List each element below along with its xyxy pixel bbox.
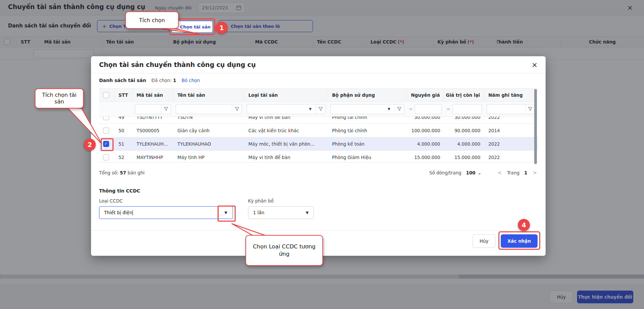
col-ma-tai-san: Mã tài sản (133, 89, 173, 101)
code-filter-input[interactable] (135, 104, 171, 114)
table-row[interactable]: 52 MAYTINHHP Máy tính HP Máy vi tính để … (99, 151, 538, 163)
col-loai-tai-san: Loại tài sản (244, 89, 328, 101)
selected-count: Đã chọn: 1 (151, 78, 176, 83)
year-filter-input[interactable] (487, 104, 535, 114)
modal-close-icon[interactable]: ✕ (530, 60, 540, 70)
divider (91, 230, 546, 231)
type-filter-select[interactable]: ▼ (247, 104, 326, 114)
prev-page-icon[interactable]: < (497, 170, 502, 176)
col-nguyen-gia: Nguyên giá (407, 89, 444, 101)
select-asset-modal: Chọn tài sản chuyển thành công cụ dụng c… (91, 56, 546, 256)
asset-list-label: Danh sách tài sản (99, 78, 146, 83)
callout-tick-asset: Tích chọn tài sản (35, 88, 84, 108)
col-nam-ghi-tang: Năm ghi tăng (484, 89, 538, 101)
chevron-down-icon[interactable]: ▼ (309, 107, 312, 111)
modal-asset-table: STT Mã tài sản Tên tài sản Loại tài sản … (99, 88, 538, 163)
modal-cancel-button[interactable]: Hủy (473, 234, 495, 248)
dept-filter-select[interactable]: ▼ (330, 104, 404, 114)
confirm-highlight-box (498, 231, 540, 250)
chevron-down-icon: ⌄ (477, 170, 481, 175)
modal-title: Chọn tài sản chuyển thành công cụ dụng c… (99, 61, 256, 68)
equals-icon: = (447, 106, 450, 111)
col-ten-tai-san: Tên tài sản (173, 89, 244, 101)
allocation-period-label: Kỳ phân bổ (248, 198, 273, 204)
col-gia-tri-con-lai: Giá trị còn lại (444, 89, 484, 101)
text-cursor (133, 210, 133, 216)
modal-filter-row: ▼ ▼ = = (99, 102, 538, 117)
filter-icon[interactable] (316, 107, 325, 111)
modal-table-header: STT Mã tài sản Tên tài sản Loại tài sản … (99, 88, 538, 102)
ccdc-type-input[interactable]: Thiết bị điện ▼ (99, 206, 233, 219)
filter-icon[interactable] (395, 107, 404, 111)
allocation-period-select[interactable]: 1 lần ▼ (248, 206, 314, 219)
step-badge-1: 1 (216, 22, 228, 34)
row-checkbox[interactable] (103, 154, 109, 160)
equals-icon: = (409, 106, 413, 111)
step-badge-2: 2 (84, 139, 96, 151)
per-page-label: Số dòng/trang (429, 170, 461, 175)
step-badge-4: 4 (518, 219, 530, 231)
ccdc-info-title: Thông tin CCDC (99, 188, 140, 194)
divider (91, 73, 546, 73)
ccdc-caret-highlight-box (218, 206, 236, 222)
ccdc-type-label: Loại CCDC (99, 198, 123, 204)
pagination: Tổng số: 57 bản ghi Số dòng/trang 100⌄ <… (99, 167, 538, 179)
select-all-checkbox[interactable] (103, 92, 109, 98)
callout-choose-ccdc-type: Chọn Loại CCDC tương ứng (245, 235, 323, 266)
table-row-selected[interactable]: 51 TYLEKHAUH... TYLEKHAUHAO Máy móc, thi… (99, 137, 538, 151)
name-filter-input[interactable] (176, 104, 242, 114)
filter-icon[interactable] (526, 107, 535, 111)
table-row[interactable]: 50 TS000005 Giàn cây cảnh Các vật kiến t… (99, 124, 538, 137)
col-stt: STT (114, 89, 133, 101)
vertical-scrollbar-thumb[interactable] (534, 89, 537, 164)
table-row[interactable]: 49 TSDTNTTTT TSDTN Máy vi tính để bàn Ph… (99, 117, 538, 124)
col-bo-phan-su-dung: Bộ phận sử dụng (328, 89, 407, 101)
per-page-select[interactable]: 100⌄ (466, 170, 481, 175)
filter-icon[interactable] (232, 107, 242, 111)
page-label: Trang (507, 170, 519, 175)
cost-filter-input[interactable] (415, 104, 442, 114)
callout-tick-select: Tích chọn (125, 11, 179, 29)
chevron-down-icon[interactable]: ▼ (388, 107, 390, 111)
current-page: 1 (524, 170, 527, 175)
total-records: Tổng số: 57 bản ghi (99, 170, 145, 175)
remaining-filter-input[interactable] (452, 104, 482, 114)
screen: Chuyển tài sản thành công cụ dụng cụ Ngà… (0, 0, 644, 309)
deselect-link[interactable]: Bỏ chọn (181, 78, 200, 83)
table-rows-viewport[interactable]: 49 TSDTNTTTT TSDTN Máy vi tính để bàn Ph… (99, 117, 538, 163)
filter-icon[interactable] (161, 107, 171, 111)
next-page-icon[interactable]: > (532, 170, 538, 176)
chevron-down-icon: ▼ (306, 211, 309, 215)
callout-tail (64, 105, 104, 146)
